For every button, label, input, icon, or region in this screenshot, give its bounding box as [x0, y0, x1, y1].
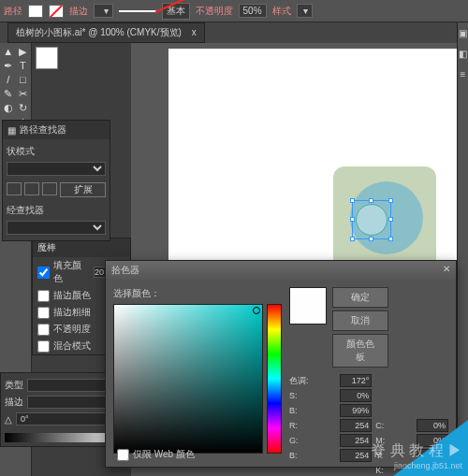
minus-front-icon[interactable] — [24, 182, 39, 195]
pathfinder-panel: ▦ 路径查找器 状模式 扩展 经查找器 — [2, 120, 110, 241]
style-label: 样式 — [272, 5, 291, 18]
path-label: 路径 — [4, 5, 22, 18]
hue-slider[interactable] — [267, 304, 282, 454]
rectangle-tool[interactable]: □ — [17, 73, 30, 86]
ok-button[interactable]: 确定 — [332, 287, 388, 308]
color-preview-swatch — [289, 287, 327, 325]
style-dropdown[interactable]: ▾ — [297, 4, 314, 18]
type-title: 类型 — [5, 379, 23, 392]
fill-color-check[interactable] — [37, 267, 50, 279]
magic-wand-title: 魔棒 — [33, 238, 130, 257]
picker-title: 拾色器 — [111, 264, 139, 277]
expand-button[interactable]: 扩展 — [60, 182, 106, 197]
swatches-button[interactable]: 颜色色板 — [332, 334, 388, 368]
stroke-label: 描边 — [69, 5, 88, 18]
b-input[interactable] — [340, 404, 372, 417]
bl-input[interactable] — [340, 449, 372, 462]
blend-mode-check[interactable] — [37, 340, 50, 353]
document-tab[interactable]: 植树的小图标.ai* @ 100% (CMYK/预览) x — [7, 22, 205, 43]
web-only-label: 仅限 Web 颜色 — [133, 448, 195, 461]
line-tool[interactable]: / — [2, 73, 15, 86]
web-only-checkbox[interactable] — [117, 449, 129, 461]
intersect-icon[interactable] — [42, 182, 57, 195]
blend-mode-opt: 混合模式 — [53, 339, 91, 353]
scissors-tool[interactable]: ✂ — [17, 87, 30, 100]
close-icon[interactable]: ✕ — [443, 264, 450, 277]
angle-lbl: △ — [5, 414, 12, 425]
pathfinder-title: 路径查找器 — [20, 123, 66, 137]
right-panel-dock: ▣ ◧ ≡ — [457, 22, 468, 471]
h-label: 色调: — [289, 375, 336, 387]
stroke-swatch[interactable] — [49, 5, 64, 18]
rotate-tool[interactable]: ◐ — [2, 101, 15, 114]
stroke-color-opt: 描边颜色 — [53, 289, 91, 302]
bl-label: B: — [289, 451, 336, 460]
stroke-preview-line — [119, 10, 156, 12]
fill-swatch[interactable] — [28, 5, 43, 18]
pathfinders-select[interactable] — [7, 221, 106, 235]
brush-tool[interactable]: ✎ — [2, 87, 15, 100]
g-label: G: — [289, 436, 336, 445]
stroke-weight-check[interactable] — [37, 307, 50, 319]
brush-style-dropdown[interactable]: 基本 — [162, 3, 190, 20]
current-color-swatch[interactable] — [36, 47, 58, 69]
opacity-check[interactable] — [37, 324, 50, 336]
cancel-button[interactable]: 取消 — [332, 310, 388, 331]
type-tool[interactable]: T — [17, 59, 30, 72]
select-color-label: 选择颜色： — [113, 287, 282, 300]
panel-icon[interactable]: ≡ — [458, 64, 468, 84]
watermark: 脊 典 教 程 ▶ jiaocheng.jb51.net — [371, 441, 462, 470]
reflect-tool[interactable]: ↻ — [17, 101, 30, 114]
panel-icon[interactable]: ◧ — [458, 43, 468, 64]
pathfinders-label: 经查找器 — [7, 202, 106, 219]
shape-mode-label: 状模式 — [7, 143, 106, 160]
r-label: R: — [289, 421, 336, 430]
s-input[interactable] — [340, 389, 372, 402]
h-input[interactable] — [340, 374, 372, 387]
b-label: B: — [289, 406, 336, 415]
stroke-color-check[interactable] — [37, 290, 50, 302]
s-label: S: — [289, 391, 336, 400]
panel-icon[interactable]: ▣ — [458, 22, 468, 43]
selection-bounds — [352, 200, 391, 239]
g-input[interactable] — [340, 434, 372, 447]
pen-tool[interactable]: ✒ — [2, 59, 15, 72]
r-input[interactable] — [340, 419, 372, 432]
color-field-cursor — [253, 307, 260, 314]
stroke-weight-dropdown[interactable]: ▾ — [94, 4, 113, 18]
fill-color-opt: 填充颜色 — [53, 259, 90, 285]
direct-selection-tool[interactable]: ▶ — [17, 45, 30, 58]
selection-tool[interactable]: ▲ — [2, 45, 15, 58]
close-tab-icon[interactable]: x — [192, 27, 197, 37]
color-field[interactable] — [113, 304, 263, 454]
pathfinder-icon: ▦ — [7, 125, 16, 136]
stroke-lbl: 描边 — [5, 396, 23, 409]
opacity-label: 不透明度 — [196, 5, 233, 18]
unite-icon[interactable] — [7, 182, 22, 195]
stroke-weight-opt: 描边粗细 — [53, 306, 91, 319]
shape-mode-select[interactable] — [7, 162, 106, 176]
document-tab-title: 植树的小图标.ai* @ 100% (CMYK/预览) — [16, 27, 182, 37]
opacity-opt: 不透明度 — [53, 323, 91, 336]
opacity-dropdown[interactable]: 50% — [239, 4, 267, 18]
